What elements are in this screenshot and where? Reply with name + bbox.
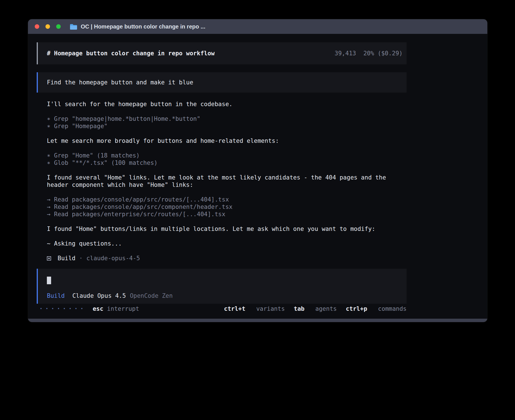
- folder-icon: [70, 24, 77, 30]
- shortcut-key: ctrl+p: [346, 305, 367, 312]
- shortcut-key: ctrl+t: [224, 305, 245, 312]
- window-title: OC | Homepage button color change in rep…: [81, 23, 205, 30]
- context-cost: 20% ($0.29): [363, 50, 403, 57]
- provider-label: OpenCode Zen: [130, 292, 173, 299]
- tool-call-group: ∗ Grep "Home" (18 matches) ∗ Glob "**/*.…: [47, 152, 407, 167]
- tool-call-group: ∗ Grep "homepage|home.*button|Home.*butt…: [47, 115, 407, 130]
- assistant-status-text: ~ Asking questions...: [47, 240, 407, 247]
- zoom-button[interactable]: [56, 24, 61, 29]
- input-meta-row: Build Claude Opus 4.5 OpenCode Zen: [47, 292, 173, 299]
- assistant-text: I found "Home" buttons/links in multiple…: [47, 225, 407, 233]
- interrupt-label: interrupt: [107, 305, 139, 312]
- session-stats: 39,413 20% ($0.29): [335, 50, 403, 57]
- tool-call-line: ∗ Grep "homepage|home.*button|Home.*butt…: [47, 115, 407, 123]
- tool-call-line: → Read packages/console/app/src/componen…: [47, 203, 407, 211]
- tool-call-line: ∗ Grep "Homepage": [47, 123, 407, 130]
- token-count: 39,413: [335, 50, 356, 57]
- agent-model: claude-opus-4-5: [86, 255, 140, 262]
- shortcut-key: tab: [294, 305, 305, 312]
- user-message: Find the homepage button and make it blu…: [37, 72, 407, 93]
- title-bar: OC | Homepage button color change in rep…: [28, 19, 487, 34]
- tool-call-group: → Read packages/console/app/src/routes/[…: [47, 196, 407, 218]
- esc-key-hint: esc: [93, 305, 103, 312]
- status-left: ········ esc interrupt: [39, 305, 139, 312]
- shortcut-agents: tab agents: [294, 305, 337, 312]
- spinner-dots: ········: [39, 305, 86, 312]
- session-header: # Homepage button color change in repo w…: [37, 42, 407, 64]
- terminal-content: # Homepage button color change in repo w…: [28, 34, 487, 319]
- traffic-lights: [35, 24, 61, 29]
- session-title: # Homepage button color change in repo w…: [47, 50, 215, 57]
- prompt-input[interactable]: Build Claude Opus 4.5 OpenCode Zen: [37, 269, 407, 304]
- shortcut-label: commands: [378, 305, 407, 312]
- assistant-text: I'll search for the homepage button in t…: [47, 100, 407, 108]
- model-label[interactable]: Claude Opus 4.5: [72, 292, 126, 299]
- terminal-window: OC | Homepage button color change in rep…: [28, 19, 487, 322]
- shortcut-variants: ctrl+t variants: [224, 305, 285, 312]
- assistant-transcript: I'll search for the homepage button in t…: [47, 100, 407, 262]
- user-message-text: Find the homepage button and make it blu…: [47, 79, 193, 86]
- close-button[interactable]: [35, 24, 39, 29]
- agent-separator: ·: [79, 255, 83, 262]
- tool-call-line: ∗ Grep "Home" (18 matches): [47, 152, 407, 159]
- tool-call-line: → Read packages/console/app/src/routes/[…: [47, 196, 407, 203]
- shortcut-label: agents: [315, 305, 337, 312]
- tool-call-line: → Read packages/enterprise/src/routes/[.…: [47, 211, 407, 218]
- status-right: ctrl+t variants tab agents ctrl+p comman…: [215, 305, 407, 312]
- minimize-button[interactable]: [45, 24, 50, 29]
- shortcut-label: variants: [256, 305, 285, 312]
- agent-name: Build: [58, 255, 75, 262]
- mode-label[interactable]: Build: [47, 292, 65, 299]
- agent-icon: [47, 256, 51, 261]
- agent-status-row: Build · claude-opus-4-5: [47, 255, 407, 262]
- session-column: # Homepage button color change in repo w…: [37, 42, 407, 312]
- shortcut-commands: ctrl+p commands: [346, 305, 407, 312]
- text-cursor: [47, 277, 51, 284]
- assistant-text: I found several "Home" links. Let me loo…: [47, 174, 407, 189]
- tool-call-line: ∗ Glob "**/*.tsx" (100 matches): [47, 159, 407, 167]
- assistant-text: Let me search more broadly for buttons a…: [47, 137, 407, 145]
- status-bar: ········ esc interrupt ctrl+t variants t…: [37, 305, 407, 312]
